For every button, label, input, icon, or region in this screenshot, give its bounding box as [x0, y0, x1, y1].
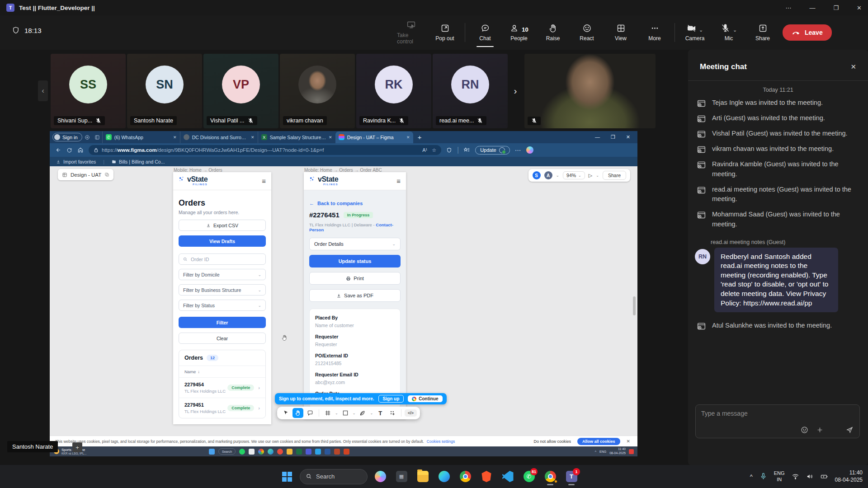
battery-icon[interactable]: [821, 473, 828, 480]
minimize-icon[interactable]: —: [809, 5, 815, 11]
mini-app-icon[interactable]: [296, 449, 302, 455]
titlebar-more-icon[interactable]: ⋯: [785, 5, 791, 11]
browser-tab-active[interactable]: Design - UAT – Figma ✕: [335, 131, 413, 143]
order-row[interactable]: 2279451TL Flex Holdings LLC Complete ›: [179, 398, 265, 418]
browser-minimize-icon[interactable]: —: [595, 134, 600, 140]
pen-tool-icon[interactable]: [357, 408, 368, 418]
cookie-close-icon[interactable]: ✕: [627, 439, 630, 444]
chevron-down-icon[interactable]: ⌄: [353, 411, 356, 415]
chat-close-icon[interactable]: ✕: [850, 63, 856, 71]
browser-update-button[interactable]: Update: [475, 146, 509, 155]
mini-clock[interactable]: 11:4008-04-2025: [609, 447, 626, 455]
send-icon[interactable]: [846, 426, 854, 434]
google-continue-button[interactable]: Continue: [408, 395, 442, 402]
hamburger-icon[interactable]: ≡: [262, 177, 266, 185]
carousel-previous-button[interactable]: ‹: [38, 80, 48, 101]
copy-link-icon[interactable]: [104, 172, 109, 177]
share-button[interactable]: Share: [749, 23, 777, 42]
more-button[interactable]: More: [641, 23, 669, 42]
participant-tile[interactable]: RN read.ai mee...: [433, 54, 508, 128]
brave-icon[interactable]: [478, 468, 495, 486]
vscode-icon[interactable]: [499, 468, 516, 486]
participant-tile[interactable]: SS Shivani Sup...: [51, 54, 126, 128]
mini-app-icon[interactable]: [258, 449, 264, 455]
chevron-down-icon[interactable]: ⌄: [335, 411, 338, 415]
design-frame-order-detail[interactable]: vStateFILINGS ≡ ← Back to companies #227…: [304, 172, 406, 419]
mini-app-icon[interactable]: [306, 449, 311, 455]
favorites-bar-icon[interactable]: [464, 147, 470, 153]
edge-icon[interactable]: [435, 468, 453, 486]
shape-tool-icon[interactable]: [340, 408, 351, 418]
mini-app-icon[interactable]: [287, 449, 292, 455]
back-to-companies-link[interactable]: ← Back to companies: [309, 201, 401, 206]
hamburger-icon[interactable]: ≡: [396, 177, 401, 185]
participant-tile[interactable]: RK Ravindra K...: [356, 54, 431, 128]
move-tool-icon[interactable]: [280, 408, 291, 418]
collaborator-avatar[interactable]: A: [544, 171, 552, 179]
tab-close-icon[interactable]: ✕: [173, 135, 177, 140]
camera-chevron-icon[interactable]: ⌄: [699, 27, 703, 33]
browser-menu-icon[interactable]: ⋯: [515, 146, 521, 154]
raise-hand-button[interactable]: Raise: [539, 23, 567, 42]
mini-app-icon[interactable]: [344, 449, 349, 455]
figma-signup-button[interactable]: Sign up: [378, 395, 404, 403]
print-button[interactable]: Print: [309, 272, 401, 285]
filter-business-structure-select[interactable]: Filter by Business Structure ⌄: [179, 284, 266, 296]
order-id-search-input[interactable]: Order ID: [179, 253, 266, 265]
chat-button[interactable]: Chat: [471, 23, 499, 42]
teams-icon[interactable]: T 1: [563, 468, 580, 486]
close-icon[interactable]: ✕: [857, 5, 862, 11]
mini-search-box[interactable]: Search: [218, 448, 236, 455]
tray-mic-icon[interactable]: [760, 473, 767, 480]
collaborator-avatar[interactable]: S: [533, 171, 541, 179]
design-frame-orders[interactable]: vStateFILINGS ≡ Orders Manage all your o…: [173, 172, 271, 424]
mic-chevron-icon[interactable]: ⌄: [733, 27, 737, 33]
restore-icon[interactable]: ❐: [833, 5, 839, 11]
zoom-selector[interactable]: 94% ⌄: [563, 171, 585, 179]
update-status-button[interactable]: Update status: [309, 255, 401, 267]
taskbar-search[interactable]: Search: [300, 469, 368, 484]
pop-out-button[interactable]: Pop out: [431, 23, 459, 42]
filter-status-select[interactable]: Filter by Status ⌄: [179, 300, 266, 311]
prototype-play-icon[interactable]: ▷: [589, 173, 592, 178]
wifi-icon[interactable]: [792, 473, 799, 480]
cookie-settings-link[interactable]: Cookies settings: [427, 439, 455, 444]
favorite-star-icon[interactable]: ☆: [432, 147, 436, 153]
browser-tab[interactable]: DC Divisions and Surroundings ✕: [180, 131, 258, 143]
mini-notification-icon[interactable]: [629, 449, 634, 454]
language-indicator[interactable]: ENGIN: [774, 470, 785, 482]
figma-share-button[interactable]: Share: [603, 171, 626, 180]
emoji-icon[interactable]: [801, 426, 808, 434]
file-explorer-icon[interactable]: [414, 468, 431, 486]
play-chevron-icon[interactable]: ⌄: [596, 174, 599, 178]
hand-tool-icon[interactable]: [292, 408, 303, 418]
figma-file-pill[interactable]: Design - UAT: [58, 169, 113, 180]
participant-tile[interactable]: vikram chavan: [280, 54, 355, 128]
taskbar-clock[interactable]: 11:40 08-04-2025: [835, 469, 863, 483]
order-row[interactable]: 2279454TL Flex Holdings LLC Complete ›: [179, 377, 265, 398]
workspaces-icon[interactable]: [85, 135, 90, 140]
mini-language[interactable]: ENG: [599, 450, 606, 453]
mini-app-icon[interactable]: [239, 449, 245, 455]
new-tab-button[interactable]: +: [418, 133, 422, 141]
participant-tile[interactable]: SN Santosh Narate: [127, 54, 202, 128]
import-favorites-button[interactable]: Import favorites: [56, 159, 96, 164]
message-bubble[interactable]: Redberyl and Santosh added read.ai meeti…: [714, 248, 838, 313]
mic-button[interactable]: ⌄ Mic: [715, 23, 743, 42]
mini-app-icon[interactable]: [249, 449, 255, 455]
canvas-scrollbar[interactable]: [633, 296, 636, 315]
whatsapp-icon[interactable]: ✆ 81: [520, 468, 538, 486]
address-bar[interactable]: https://www.figma.com/design/9BKQ0FOHRWa…: [89, 145, 441, 155]
browser-signin-button[interactable]: Sign in: [52, 133, 82, 141]
people-button[interactable]: 10 People: [505, 23, 533, 42]
browser-tab[interactable]: ✆ (6) WhatsApp ✕: [102, 131, 180, 143]
tab-close-icon[interactable]: ✕: [329, 135, 332, 140]
attach-plus-icon[interactable]: [816, 426, 824, 434]
participant-tile[interactable]: VP Vishal Patil ...: [203, 54, 278, 128]
mini-app-icon[interactable]: [315, 449, 321, 455]
browser-tab[interactable]: X Sample Salary Structure with calc ✕: [258, 131, 335, 143]
copilot-icon[interactable]: [372, 468, 389, 486]
react-button[interactable]: React: [573, 23, 601, 42]
share-overlay-plus-button[interactable]: +: [72, 442, 82, 452]
chevron-down-icon[interactable]: ⌄: [370, 411, 373, 415]
